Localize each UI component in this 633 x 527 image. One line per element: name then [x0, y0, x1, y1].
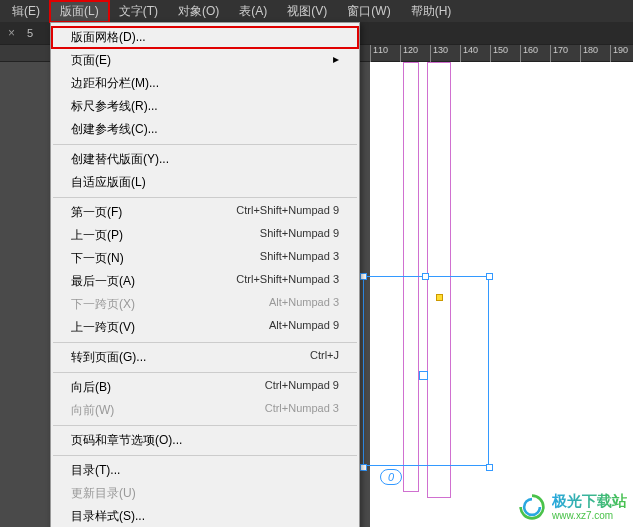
- label: 目录(T)...: [71, 462, 120, 479]
- menu-go-forward: 向前(W)Ctrl+Numpad 3: [51, 399, 359, 422]
- menu-goto-page[interactable]: 转到页面(G)...Ctrl+J: [51, 346, 359, 369]
- shortcut: Ctrl+Numpad 3: [265, 402, 339, 419]
- selection-handle[interactable]: [422, 273, 429, 280]
- shortcut: Shift+Numpad 9: [260, 227, 339, 244]
- content-grabber[interactable]: [436, 294, 443, 301]
- separator: [53, 144, 357, 145]
- shortcut: Alt+Numpad 9: [269, 319, 339, 336]
- menu-object[interactable]: 对象(O): [168, 1, 229, 22]
- tab-close-icon[interactable]: ×: [2, 24, 21, 42]
- menu-alternate-layout[interactable]: 创建替代版面(Y)...: [51, 148, 359, 171]
- menu-next-spread: 下一跨页(X)Alt+Numpad 3: [51, 293, 359, 316]
- layout-dropdown: 版面网格(D)... 页面(E)▸ 边距和分栏(M)... 标尺参考线(R)..…: [50, 22, 360, 527]
- ruler-tick: 180: [580, 45, 598, 63]
- menu-create-guides[interactable]: 创建参考线(C)...: [51, 118, 359, 141]
- label: 创建参考线(C)...: [71, 121, 158, 138]
- ruler-tick: 120: [400, 45, 418, 63]
- menu-margins-columns[interactable]: 边距和分栏(M)...: [51, 72, 359, 95]
- selection-handle[interactable]: [486, 273, 493, 280]
- menu-layout[interactable]: 版面(L): [50, 1, 109, 22]
- shortcut: Shift+Numpad 3: [260, 250, 339, 267]
- menu-text[interactable]: 文字(T): [109, 1, 168, 22]
- menu-first-page[interactable]: 第一页(F)Ctrl+Shift+Numpad 9: [51, 201, 359, 224]
- menu-go-back[interactable]: 向后(B)Ctrl+Numpad 9: [51, 376, 359, 399]
- menu-toc[interactable]: 目录(T)...: [51, 459, 359, 482]
- shortcut: Ctrl+Shift+Numpad 3: [236, 273, 339, 290]
- tab-count: 5: [27, 27, 33, 39]
- menu-toc-styles[interactable]: 目录样式(S)...: [51, 505, 359, 527]
- ruler-tick: 160: [520, 45, 538, 63]
- menu-prev-spread[interactable]: 上一跨页(V)Alt+Numpad 9: [51, 316, 359, 339]
- menu-layout-grid[interactable]: 版面网格(D)...: [51, 26, 359, 49]
- logo-title: 极光下载站: [552, 493, 627, 510]
- menu-numbering-section[interactable]: 页码和章节选项(O)...: [51, 429, 359, 452]
- label: 目录样式(S)...: [71, 508, 145, 525]
- submenu-arrow-icon: ▸: [333, 52, 339, 69]
- label: 页面(E): [71, 52, 111, 69]
- menu-last-page[interactable]: 最后一页(A)Ctrl+Shift+Numpad 3: [51, 270, 359, 293]
- menu-help[interactable]: 帮助(H): [401, 1, 462, 22]
- label: 创建替代版面(Y)...: [71, 151, 169, 168]
- selection-handle[interactable]: [486, 464, 493, 471]
- label: 自适应版面(L): [71, 174, 146, 191]
- menu-window[interactable]: 窗口(W): [337, 1, 400, 22]
- label: 标尺参考线(R)...: [71, 98, 158, 115]
- label: 向后(B): [71, 379, 111, 396]
- menu-view[interactable]: 视图(V): [277, 1, 337, 22]
- menu-ruler-guides[interactable]: 标尺参考线(R)...: [51, 95, 359, 118]
- page-number-badge: 0: [380, 469, 402, 485]
- selection-handle[interactable]: [360, 273, 367, 280]
- shortcut: Ctrl+J: [310, 349, 339, 366]
- ruler-tick: 110: [370, 45, 388, 63]
- watermark-logo: 极光下载站 www.xz7.com: [518, 493, 627, 521]
- label: 第一页(F): [71, 204, 122, 221]
- logo-url: www.xz7.com: [552, 510, 627, 521]
- separator: [53, 425, 357, 426]
- menu-table[interactable]: 表(A): [229, 1, 277, 22]
- label: 下一页(N): [71, 250, 124, 267]
- menu-update-toc: 更新目录(U): [51, 482, 359, 505]
- selection-handle[interactable]: [360, 464, 367, 471]
- label: 更新目录(U): [71, 485, 136, 502]
- label: 最后一页(A): [71, 273, 135, 290]
- shortcut: Alt+Numpad 3: [269, 296, 339, 313]
- separator: [53, 372, 357, 373]
- ruler-tick: 140: [460, 45, 478, 63]
- menubar: 辑(E) 版面(L) 文字(T) 对象(O) 表(A) 视图(V) 窗口(W) …: [0, 0, 633, 22]
- menu-pages[interactable]: 页面(E)▸: [51, 49, 359, 72]
- label: 页码和章节选项(O)...: [71, 432, 182, 449]
- label: 转到页面(G)...: [71, 349, 146, 366]
- menu-next-page[interactable]: 下一页(N)Shift+Numpad 3: [51, 247, 359, 270]
- separator: [53, 197, 357, 198]
- ruler-tick: 130: [430, 45, 448, 63]
- menu-edit[interactable]: 辑(E): [2, 1, 50, 22]
- label: 边距和分栏(M)...: [71, 75, 159, 92]
- label: 上一跨页(V): [71, 319, 135, 336]
- separator: [53, 455, 357, 456]
- anchor-point[interactable]: [419, 371, 428, 380]
- label: 版面网格(D)...: [71, 29, 146, 46]
- menu-liquid-layout[interactable]: 自适应版面(L): [51, 171, 359, 194]
- ruler-tick: 150: [490, 45, 508, 63]
- label: 向前(W): [71, 402, 114, 419]
- menu-prev-page[interactable]: 上一页(P)Shift+Numpad 9: [51, 224, 359, 247]
- swirl-icon: [518, 493, 546, 521]
- label: 上一页(P): [71, 227, 123, 244]
- separator: [53, 342, 357, 343]
- label: 下一跨页(X): [71, 296, 135, 313]
- ruler-tick: 170: [550, 45, 568, 63]
- ruler-tick: 190: [610, 45, 628, 63]
- shortcut: Ctrl+Shift+Numpad 9: [236, 204, 339, 221]
- shortcut: Ctrl+Numpad 9: [265, 379, 339, 396]
